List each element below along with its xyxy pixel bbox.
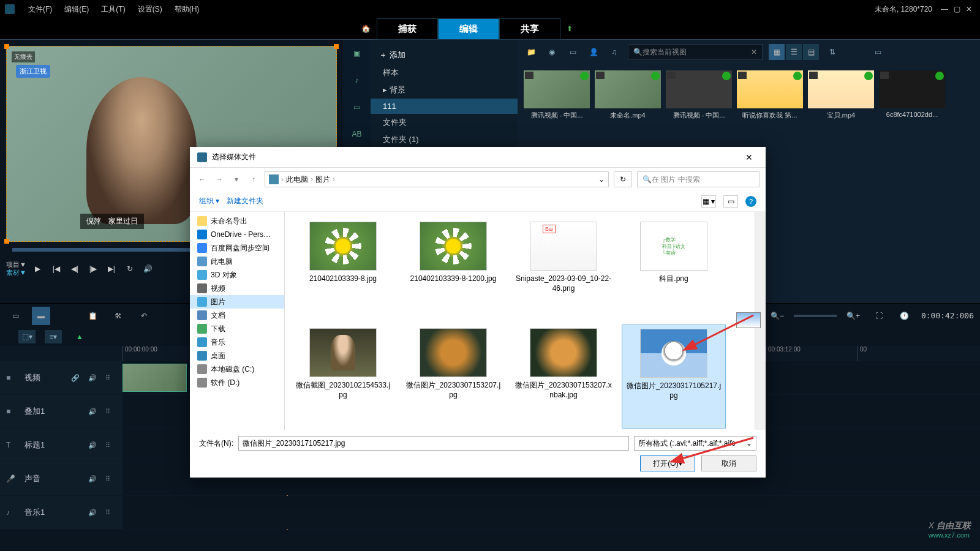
audio-category-icon[interactable]: ♪ [350,73,364,88]
menu-file[interactable]: 文件(F) [22,4,58,15]
preview-pane-button[interactable]: ▭ [723,195,738,208]
mute-icon[interactable]: 🔊 [88,441,99,449]
screen-record-icon[interactable]: ▭ [565,45,580,59]
upload-icon[interactable]: ⬆ [567,24,573,33]
mute-icon[interactable]: 🔊 [88,408,99,416]
next-button[interactable]: ▶| [105,262,118,276]
sidebar-item-disk[interactable]: 本地磁盘 (C:) [190,362,284,376]
dialog-close-button[interactable]: ✕ [740,152,758,162]
nav-forward-button[interactable]: → [213,175,225,184]
add-media-button[interactable]: ＋ 添加 [371,46,518,64]
storyboard-view-button[interactable]: ▭ [6,307,24,325]
file-item[interactable]: 210402103339-8-1200.jpg [401,218,505,322]
track-menu-icon[interactable]: ⠿ [105,475,116,483]
loop-button[interactable]: ↻ [123,262,137,276]
menu-tools[interactable]: 工具(T) [95,4,131,15]
nav-recent-button[interactable]: ▾ [230,175,243,184]
undo-button[interactable]: ↶ [135,307,153,325]
mute-icon[interactable]: 🔊 [88,509,99,517]
zoom-slider[interactable] [794,315,837,317]
portrait-icon[interactable]: 👤 [586,45,601,59]
sidebar-item-doc[interactable]: 文档 [190,309,284,322]
sidebar-item-pc[interactable]: 此电脑 [190,255,284,268]
timeline-view-button[interactable]: ▬ [32,307,50,325]
music-icon[interactable]: ♫ [607,45,622,59]
menu-edit[interactable]: 编辑(E) [58,4,95,15]
file-item[interactable]: 微信图片_20230307153207.xnbak.jpg [511,324,616,429]
ripple-button[interactable]: ≡▾ [45,330,62,343]
sidebar-item-folder[interactable]: 未命名导出 [190,214,284,228]
filename-input[interactable] [238,436,629,451]
breadcrumb-pc[interactable]: 此电脑 [286,174,308,185]
track-menu-icon[interactable]: ⠿ [105,374,116,382]
close-button[interactable]: ✕ [963,5,975,13]
dialog-search-input[interactable]: 🔍 在 图片 中搜索 [637,171,760,187]
media-item[interactable]: 腾讯视频 - 中国... [666,70,732,120]
transitions-category-icon[interactable]: ▭ [350,100,364,114]
breadcrumb-pictures[interactable]: 图片 [315,174,330,185]
breadcrumb-dropdown-icon[interactable]: ⌄ [598,175,605,184]
tab-share[interactable]: 共享 [499,18,560,40]
zoom-out-button[interactable]: 🔍− [768,307,786,325]
sidebar-item-disk[interactable]: 软件 (D:) [190,376,284,389]
prev-button[interactable]: |◀ [50,262,63,276]
import-folder-icon[interactable]: 📁 [524,45,538,59]
file-item[interactable]: BaiSnipaste_2023-03-09_10-22-46.png [511,218,616,322]
menu-settings[interactable]: 设置(S) [132,4,168,15]
refresh-button[interactable]: ↻ [614,171,632,187]
library-search-input[interactable]: 🔍 搜索当前视图 ✕ [628,44,763,60]
tree-item-111[interactable]: 111 [371,99,518,114]
sidebar-item-pic[interactable]: 图片 [190,295,284,309]
home-icon[interactable]: 🏠 [355,18,377,40]
breadcrumb[interactable]: › 此电脑 › 图片 › ⌄ [265,171,609,187]
media-item[interactable]: 6c8fc471002dd... [879,70,945,120]
link-icon[interactable]: 🔗 [71,374,82,382]
media-item[interactable]: 腾讯视频 - 中国... [524,70,590,120]
clock-icon[interactable]: 🕐 [895,307,914,325]
tools-button[interactable]: 🛠 [109,307,127,325]
sidebar-item-baidu[interactable]: 百度网盘同步空间 [190,241,284,255]
sidebar-item-onedrive[interactable]: OneDrive - Pers… [190,228,284,241]
media-item[interactable]: 听说你喜欢我 第... [737,70,803,120]
media-item[interactable]: 未命名.mp4 [595,70,661,120]
tab-edit[interactable]: 编辑 [438,18,499,40]
sort-icon[interactable]: ⇅ [825,45,840,59]
track-content[interactable] [123,496,980,529]
volume-button[interactable]: 🔊 [141,262,155,276]
titles-category-icon[interactable]: AB [350,127,364,141]
tree-item-folder-1[interactable]: 文件夹 (1) [371,131,518,148]
view-large-icon[interactable]: ▦ [769,44,785,60]
sidebar-item-mus[interactable]: 音乐 [190,335,284,349]
snap-button[interactable]: ⬚▾ [18,330,36,343]
track-menu-icon[interactable]: ⠿ [105,509,116,517]
view-mode-button[interactable]: ▦ ▾ [701,195,716,208]
file-item[interactable]: 210402103339-8.jpg [291,218,395,322]
track-menu-icon[interactable]: ⠿ [105,441,116,449]
file-filter-dropdown[interactable]: 所有格式 (:.avi;*.aiff;*.aif;*.aifc⌄ [634,436,756,451]
file-item[interactable]: 微信图片_20230307153207.jpg [401,324,505,429]
open-button[interactable]: 打开(O) ▾ [640,455,695,471]
step-back-button[interactable]: ◀| [68,262,81,276]
media-category-icon[interactable]: ▣ [350,46,364,61]
media-item[interactable]: 宝贝.mp4 [808,70,874,120]
view-list-icon[interactable]: ☰ [786,44,802,60]
hide-panel-icon[interactable]: ▭ [870,45,885,59]
tree-item-sample[interactable]: 样本 [371,64,518,81]
mute-icon[interactable]: 🔊 [88,374,99,382]
capture-icon[interactable]: ◉ [545,45,559,59]
nav-up-button[interactable]: ↑ [247,175,260,184]
copy-attrs-button[interactable]: 📋 [83,307,102,325]
help-icon[interactable]: ? [745,196,756,207]
resize-handle-icon[interactable] [4,239,9,244]
sidebar-item-vid[interactable]: 视频 [190,282,284,295]
zoom-in-button[interactable]: 🔍+ [844,307,862,325]
tree-item-folder[interactable]: 文件夹 [371,114,518,131]
mute-icon[interactable]: 🔊 [88,475,99,483]
sidebar-item-obj3d[interactable]: 3D 对象 [190,268,284,282]
sidebar-item-dl[interactable]: 下载 [190,322,284,335]
track-menu-icon[interactable]: ⠿ [105,408,116,416]
file-item[interactable]: 微信图片_20230317105217.jpg [622,324,726,429]
view-grid-icon[interactable]: ▤ [803,44,819,60]
organize-button[interactable]: 组织 ▾ [199,196,219,206]
tree-item-background[interactable]: ▸ 背景 [371,81,518,99]
